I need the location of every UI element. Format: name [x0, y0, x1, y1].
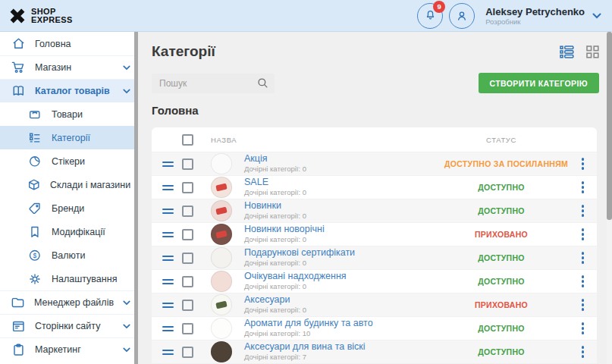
svg-text:$: $ — [33, 251, 36, 259]
sidebar-item-products[interactable]: Товари — [0, 102, 138, 126]
drag-handle-icon[interactable] — [162, 185, 174, 190]
column-header-status: СТАТУС — [444, 136, 558, 144]
book-icon — [11, 84, 26, 99]
table-header: НАЗВА СТАТУС — [152, 127, 597, 152]
grid-view-button[interactable] — [586, 46, 599, 58]
user-icon — [454, 8, 469, 24]
category-name-link[interactable]: Очікувані надходження — [244, 271, 444, 281]
sidebar-item-shop[interactable]: Магазин — [0, 55, 138, 79]
status-badge: ДОСТУПНО — [444, 253, 558, 262]
children-count: Дочірні категорії: 0 — [244, 305, 444, 315]
page-title: Категорії — [152, 43, 215, 60]
row-menu-button[interactable] — [582, 252, 589, 264]
row-menu-button[interactable] — [582, 346, 589, 358]
search-box — [152, 74, 275, 93]
children-count: Дочірні категорії: 7 — [244, 352, 444, 362]
drag-handle-icon[interactable] — [162, 232, 174, 237]
sidebar-item-warehouses[interactable]: Склади і магазини — [0, 173, 138, 196]
table-row: Подарункові сертифікатиДочірні категорії… — [152, 246, 597, 269]
category-name-link[interactable]: Аксесуари для вина та віскі — [244, 342, 444, 352]
row-checkbox[interactable] — [182, 206, 193, 217]
chevron-down-icon — [592, 13, 601, 19]
list-view-button[interactable] — [560, 46, 574, 58]
row-checkbox[interactable] — [182, 182, 193, 193]
category-thumbnail — [211, 177, 232, 198]
row-checkbox[interactable] — [182, 323, 193, 334]
clipboard-icon — [11, 343, 26, 357]
column-header-name: НАЗВА — [211, 136, 444, 144]
category-name-link[interactable]: Новинки новорічні — [244, 224, 444, 234]
sidebar-item-settings[interactable]: Налаштування — [0, 267, 138, 290]
brand-logo[interactable]: SHOP EXPRESS — [0, 8, 73, 24]
status-badge: ДОСТУПНО — [444, 277, 558, 286]
sidebar-scrollbar[interactable] — [134, 32, 138, 364]
currency-icon: $ — [27, 249, 42, 262]
sidebar-item-home[interactable]: Головна — [0, 32, 138, 55]
sidebar-item-categories[interactable]: Категорії — [0, 126, 138, 149]
row-checkbox[interactable] — [182, 158, 193, 170]
sidebar-item-marketing[interactable]: Маркетинг — [0, 337, 138, 361]
brand-x-icon — [9, 8, 26, 24]
brand-name: SHOP EXPRESS — [31, 8, 73, 24]
row-menu-button[interactable] — [582, 275, 589, 287]
category-name-link[interactable]: Аксесуари — [244, 295, 444, 305]
row-checkbox[interactable] — [182, 347, 193, 358]
chevron-down-icon — [123, 347, 130, 353]
list-icon — [27, 131, 42, 145]
create-category-button[interactable]: СТВОРИТИ КАТЕГОРІЮ — [479, 73, 599, 93]
row-checkbox[interactable] — [182, 276, 193, 287]
chevron-down-icon — [123, 324, 130, 329]
sidebar-item-stickers[interactable]: Стікери — [0, 149, 138, 173]
category-name-link[interactable]: SALE — [244, 177, 444, 187]
row-checkbox[interactable] — [182, 253, 193, 264]
category-name-link[interactable]: Подарункові сертифікати — [244, 248, 444, 258]
category-name-link[interactable]: Новинки — [244, 201, 444, 211]
avatar[interactable] — [449, 3, 475, 29]
row-menu-button[interactable] — [582, 205, 589, 217]
drag-handle-icon[interactable] — [162, 303, 174, 308]
bookmark-icon — [27, 225, 42, 239]
category-name-link[interactable]: Аромати для будинку та авто — [244, 318, 444, 328]
category-thumbnail — [211, 341, 232, 362]
sidebar-item-catalog[interactable]: Каталог товарів — [0, 79, 138, 102]
notifications-button[interactable]: 9 — [417, 3, 443, 29]
drag-handle-icon[interactable] — [162, 209, 174, 214]
children-count: Дочірні категорії: 0 — [244, 281, 444, 291]
user-menu[interactable]: Aleksey Petrychenko Розробник — [485, 6, 601, 26]
page-scrollbar[interactable] — [607, 32, 612, 364]
drag-handle-icon[interactable] — [162, 326, 174, 331]
search-input[interactable] — [159, 78, 257, 89]
chevron-down-icon — [123, 89, 130, 94]
drag-handle-icon[interactable] — [162, 162, 174, 167]
drag-handle-icon[interactable] — [162, 256, 174, 261]
status-badge: ПРИХОВАНО — [444, 300, 558, 309]
status-badge: ПРИХОВАНО — [444, 230, 558, 239]
children-count: Дочірні категорії: 0 — [244, 211, 444, 221]
row-checkbox[interactable] — [182, 229, 193, 240]
search-icon — [257, 77, 268, 89]
sidebar-item-brands[interactable]: Бренди — [0, 196, 138, 220]
row-menu-button[interactable] — [582, 181, 589, 193]
category-thumbnail — [211, 224, 232, 245]
table-row: НовинкиДочірні категорії: 0 ДОСТУПНО — [152, 199, 597, 222]
select-all-checkbox[interactable] — [182, 134, 193, 146]
row-menu-button[interactable] — [582, 299, 589, 311]
user-name: Aleksey Petrychenko — [485, 6, 585, 17]
sidebar-item-site-pages[interactable]: Сторінки сайту — [0, 314, 138, 337]
drag-handle-icon[interactable] — [162, 350, 174, 355]
row-menu-button[interactable] — [582, 158, 589, 170]
drag-handle-icon[interactable] — [162, 279, 174, 284]
category-thumbnail — [211, 294, 232, 315]
status-badge: ДОСТУПНО — [444, 206, 558, 215]
row-menu-button[interactable] — [582, 228, 589, 240]
sidebar-item-modifications[interactable]: Модифікації — [0, 220, 138, 243]
table-row: Аромати для будинку та автоДочірні катег… — [152, 316, 597, 340]
sidebar-item-currencies[interactable]: $ Валюти — [0, 243, 138, 267]
sidebar-item-file-manager[interactable]: Менеджер файлів — [0, 290, 138, 314]
category-name-link[interactable]: Акція — [244, 154, 444, 164]
row-menu-button[interactable] — [582, 322, 589, 334]
row-checkbox[interactable] — [182, 300, 193, 311]
header-actions: 9 Aleksey Petrychenko Розробник — [417, 3, 612, 29]
cart-icon — [11, 61, 26, 75]
children-count: Дочірні категорії: 0 — [244, 258, 444, 268]
